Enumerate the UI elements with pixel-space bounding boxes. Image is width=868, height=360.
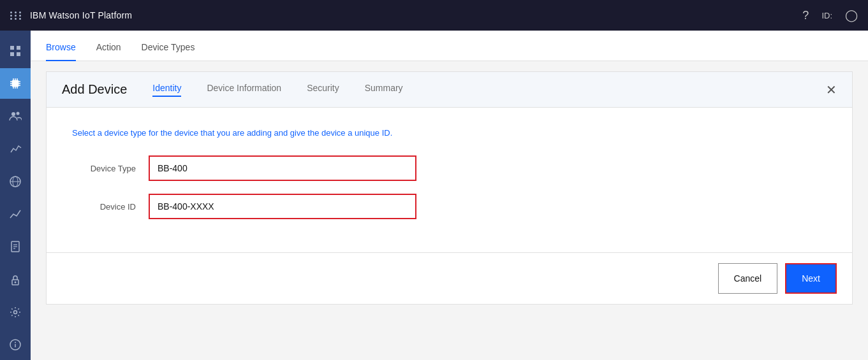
- page-content: Add Device Identity Device Information S…: [31, 61, 868, 360]
- panel-header: Add Device Identity Device Information S…: [47, 72, 852, 108]
- wizard-step-identity[interactable]: Identity: [152, 83, 181, 97]
- nav-tabs: Browse Action Device Types: [31, 31, 868, 61]
- sidebar: [0, 31, 31, 360]
- close-button[interactable]: ✕: [826, 83, 837, 96]
- device-type-input[interactable]: [149, 155, 416, 181]
- panel-title: Add Device: [62, 82, 127, 97]
- wizard-step-summary[interactable]: Summary: [365, 83, 403, 97]
- svg-point-17: [11, 112, 15, 116]
- sidebar-item-chip[interactable]: [0, 68, 31, 98]
- device-type-label: Device Type: [72, 164, 136, 173]
- sidebar-item-info[interactable]: [0, 330, 31, 360]
- sidebar-item-people[interactable]: [0, 101, 31, 131]
- wizard-step-device-info[interactable]: Device Information: [207, 83, 281, 97]
- sidebar-item-globe[interactable]: [0, 166, 31, 196]
- panel-body: Select a device type for the device that…: [47, 108, 852, 252]
- topbar-left: IBM Watson IoT Platform: [10, 10, 132, 20]
- topbar: IBM Watson IoT Platform ? ID: ◯: [0, 0, 868, 31]
- svg-rect-1: [17, 46, 20, 50]
- sidebar-item-analytics[interactable]: [0, 134, 31, 164]
- topbar-id-label: ID:: [821, 11, 832, 20]
- grid-icon: [10, 11, 22, 20]
- wizard-step-security[interactable]: Security: [307, 83, 339, 97]
- sidebar-item-settings[interactable]: [0, 297, 31, 327]
- sidebar-item-grid[interactable]: [0, 36, 31, 66]
- svg-point-27: [15, 281, 17, 283]
- help-icon[interactable]: ?: [802, 9, 809, 22]
- add-device-panel: Add Device Identity Device Information S…: [46, 71, 853, 305]
- svg-rect-0: [10, 46, 14, 50]
- svg-point-31: [15, 342, 16, 343]
- panel-footer: Cancel Next: [47, 252, 852, 304]
- tab-device-types[interactable]: Device Types: [142, 42, 195, 61]
- device-id-group: Device ID: [72, 194, 827, 219]
- content-area: Browse Action Device Types Add Device Id…: [31, 31, 868, 360]
- device-type-input-wrapper: [149, 155, 416, 181]
- main-layout: Browse Action Device Types Add Device Id…: [0, 31, 868, 360]
- device-id-label: Device ID: [72, 202, 136, 212]
- user-icon[interactable]: ◯: [845, 8, 858, 22]
- next-button[interactable]: Next: [785, 263, 837, 294]
- wizard-steps: Identity Device Information Security Sum…: [152, 83, 800, 97]
- cancel-button[interactable]: Cancel: [718, 263, 778, 294]
- topbar-right: ? ID: ◯: [802, 8, 858, 22]
- svg-rect-4: [12, 80, 18, 87]
- tab-browse[interactable]: Browse: [46, 42, 76, 61]
- svg-point-28: [14, 311, 17, 314]
- svg-rect-3: [17, 52, 20, 56]
- device-id-input[interactable]: [149, 194, 416, 219]
- device-type-group: Device Type: [72, 155, 827, 181]
- sidebar-item-document[interactable]: [0, 232, 31, 262]
- device-id-input-wrapper: [149, 194, 416, 219]
- sidebar-item-chart[interactable]: [0, 199, 31, 229]
- tab-action[interactable]: Action: [96, 42, 121, 61]
- svg-rect-2: [10, 52, 14, 56]
- app-title: IBM Watson IoT Platform: [30, 10, 132, 20]
- svg-point-18: [17, 112, 20, 115]
- sidebar-item-lock[interactable]: [0, 264, 31, 294]
- panel-description: Select a device type for the device that…: [72, 128, 827, 138]
